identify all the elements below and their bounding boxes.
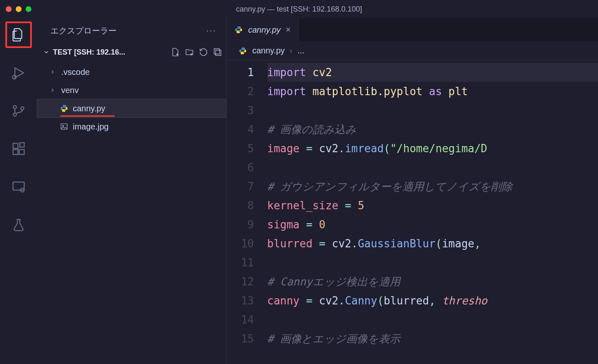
window-close-button[interactable] bbox=[6, 6, 12, 12]
chevron-down-icon bbox=[43, 49, 50, 55]
line-number: 14 bbox=[227, 310, 254, 329]
remote-icon bbox=[11, 180, 26, 194]
line-number: 1 bbox=[227, 63, 254, 82]
beaker-icon bbox=[11, 218, 26, 232]
svg-rect-7 bbox=[19, 150, 24, 155]
activity-run-debug[interactable] bbox=[5, 60, 32, 86]
annotation-underline bbox=[60, 115, 115, 117]
tree-item-label: canny.py bbox=[73, 104, 105, 113]
folder-name: TEST [SSH: 192.16... bbox=[53, 48, 171, 57]
line-number: 6 bbox=[227, 158, 254, 177]
breadcrumb-file: canny.py bbox=[252, 46, 285, 55]
activity-testing[interactable] bbox=[5, 212, 32, 238]
code-line[interactable]: sigma = 0 bbox=[267, 215, 598, 234]
activity-source-control[interactable] bbox=[5, 98, 32, 124]
window-controls bbox=[6, 6, 31, 12]
explorer-title: エクスプローラー bbox=[50, 25, 117, 36]
new-file-button[interactable] bbox=[171, 48, 180, 57]
window-title: canny.py — test [SSH: 192.168.0.100] bbox=[236, 5, 362, 14]
file-tree: .vscode venv canny.py image.jpg bbox=[37, 61, 226, 136]
files-icon bbox=[11, 27, 26, 42]
tab-close-button[interactable]: × bbox=[286, 24, 291, 35]
svg-rect-8 bbox=[20, 143, 24, 147]
code-line[interactable]: blurred = cv2.GaussianBlur(image, bbox=[267, 234, 598, 253]
breadcrumb-separator: › bbox=[290, 46, 293, 55]
refresh-button[interactable] bbox=[199, 48, 208, 57]
code-line[interactable] bbox=[267, 101, 598, 120]
refresh-icon bbox=[199, 48, 208, 57]
python-icon bbox=[60, 104, 69, 113]
svg-point-3 bbox=[13, 113, 17, 116]
code-content[interactable]: import cv2import matplotlib.pyplot as pl… bbox=[267, 60, 598, 364]
line-number: 11 bbox=[227, 253, 254, 272]
explorer-header: エクスプローラー ··· bbox=[37, 18, 226, 43]
image-icon bbox=[60, 122, 69, 131]
code-line[interactable]: kernel_size = 5 bbox=[267, 196, 598, 215]
explorer-panel: エクスプローラー ··· TEST [SSH: 192.16... .vscod… bbox=[37, 18, 227, 364]
svg-point-2 bbox=[13, 105, 17, 109]
code-line[interactable] bbox=[267, 158, 598, 177]
chevron-right-icon bbox=[50, 87, 57, 93]
tree-item-label: image.jpg bbox=[73, 122, 109, 132]
tab-label: canny.py bbox=[248, 25, 281, 35]
line-number-gutter: 123456789101112131415 bbox=[227, 60, 267, 364]
line-number: 2 bbox=[227, 82, 254, 101]
tab-bar: canny.py × bbox=[227, 18, 598, 41]
line-number: 10 bbox=[227, 234, 254, 253]
editor-area: canny.py × canny.py › ... 12345678910111… bbox=[227, 18, 598, 364]
activity-explorer[interactable] bbox=[5, 22, 32, 48]
code-line[interactable]: # 画像の読み込み bbox=[267, 120, 598, 139]
folder-header[interactable]: TEST [SSH: 192.16... bbox=[37, 43, 226, 61]
chevron-right-icon bbox=[50, 69, 57, 75]
svg-point-4 bbox=[21, 107, 24, 110]
new-file-icon bbox=[171, 48, 180, 57]
explorer-more-button[interactable]: ··· bbox=[206, 25, 216, 36]
line-number: 7 bbox=[227, 177, 254, 196]
svg-point-18 bbox=[62, 125, 64, 127]
line-number: 12 bbox=[227, 272, 254, 291]
line-number: 3 bbox=[227, 101, 254, 120]
activity-remote[interactable] bbox=[5, 174, 32, 200]
tree-item-label: .vscode bbox=[61, 67, 90, 77]
window-maximize-button[interactable] bbox=[26, 6, 31, 12]
branch-icon bbox=[11, 103, 26, 118]
collapse-icon bbox=[213, 48, 222, 57]
svg-rect-9 bbox=[13, 182, 24, 190]
line-number: 8 bbox=[227, 196, 254, 215]
activity-extensions[interactable] bbox=[5, 136, 32, 162]
new-folder-button[interactable] bbox=[185, 48, 194, 57]
new-folder-icon bbox=[185, 48, 194, 57]
python-icon bbox=[238, 46, 247, 55]
code-line[interactable]: import matplotlib.pyplot as plt bbox=[267, 82, 598, 101]
activity-bar bbox=[0, 18, 37, 364]
svg-rect-5 bbox=[13, 144, 18, 148]
line-number: 13 bbox=[227, 291, 254, 310]
code-line[interactable]: # ガウシアンフィルターを適用してノイズを削除 bbox=[267, 177, 598, 196]
tree-file-canny[interactable]: canny.py bbox=[37, 99, 226, 117]
line-number: 5 bbox=[227, 139, 254, 158]
code-editor[interactable]: 123456789101112131415 import cv2import m… bbox=[227, 60, 598, 364]
svg-rect-16 bbox=[215, 50, 221, 55]
extensions-icon bbox=[11, 141, 26, 156]
svg-rect-15 bbox=[214, 49, 220, 54]
title-bar: canny.py — test [SSH: 192.168.0.100] bbox=[0, 0, 598, 18]
line-number: 4 bbox=[227, 120, 254, 139]
svg-rect-6 bbox=[13, 150, 18, 155]
tree-file-image[interactable]: image.jpg bbox=[37, 117, 226, 136]
code-line[interactable] bbox=[267, 310, 598, 329]
tab-canny[interactable]: canny.py × bbox=[227, 18, 299, 41]
play-bug-icon bbox=[11, 65, 26, 80]
code-line[interactable]: image = cv2.imread("/home/negima/D bbox=[267, 139, 598, 158]
collapse-button[interactable] bbox=[213, 48, 222, 57]
tree-folder-vscode[interactable]: .vscode bbox=[37, 63, 226, 81]
breadcrumb[interactable]: canny.py › ... bbox=[227, 41, 598, 60]
code-line[interactable]: import cv2 bbox=[267, 63, 598, 82]
window-minimize-button[interactable] bbox=[16, 6, 22, 12]
code-line[interactable] bbox=[267, 253, 598, 272]
tree-item-label: venv bbox=[61, 86, 79, 95]
code-line[interactable]: # Cannyエッジ検出を適用 bbox=[267, 272, 598, 291]
code-line[interactable]: canny = cv2.Canny(blurred, thresho bbox=[267, 291, 598, 310]
code-line[interactable]: # 画像とエッジ画像を表示 bbox=[267, 329, 598, 348]
svg-rect-17 bbox=[61, 124, 67, 129]
tree-folder-venv[interactable]: venv bbox=[37, 81, 226, 99]
